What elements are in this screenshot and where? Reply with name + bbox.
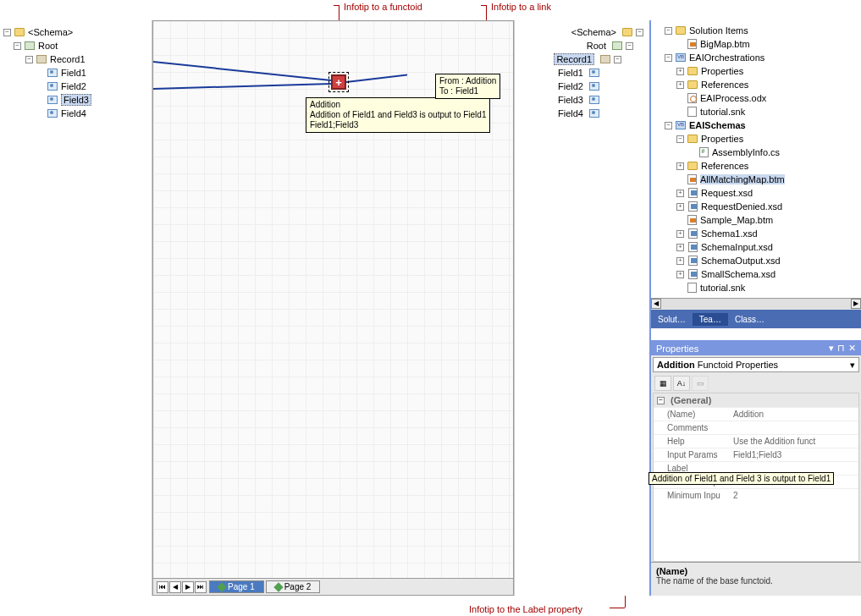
field-node[interactable]: Field2: [558, 81, 583, 91]
alphabetical-button[interactable]: A↓: [673, 376, 690, 391]
property-row[interactable]: Input ParamsField1;Field3: [654, 448, 858, 461]
properties-selection[interactable]: Addition Functoid Properties ▾: [653, 357, 859, 372]
field-node[interactable]: Field3: [558, 95, 583, 105]
solution-item[interactable]: −EAISchemas: [653, 118, 859, 132]
solution-item[interactable]: +RequestDenied.xsd: [653, 200, 859, 213]
solution-item-label[interactable]: Solution Items: [689, 25, 748, 36]
toggle-collapse[interactable]: −: [636, 29, 643, 36]
solution-item-label[interactable]: BigMap.btm: [700, 39, 750, 49]
solution-item[interactable]: AllMatchingMap.btm: [653, 173, 859, 186]
solution-item-label[interactable]: SchemaInput.xsd: [701, 242, 773, 252]
page-last-button[interactable]: ⏭: [195, 581, 207, 593]
solution-item[interactable]: EAIProcess.odx: [653, 91, 859, 105]
chevron-down-icon[interactable]: ▾: [850, 360, 855, 371]
solution-item-label[interactable]: Sample_Map.btm: [700, 215, 773, 225]
horizontal-scrollbar[interactable]: ◀ ▶: [651, 298, 861, 310]
solution-item-label[interactable]: RequestDenied.xsd: [701, 201, 782, 212]
record-node-selected[interactable]: Record1: [554, 53, 594, 65]
page-prev-button[interactable]: ◀: [169, 581, 181, 593]
toggle[interactable]: +: [676, 244, 684, 251]
toggle[interactable]: +: [676, 271, 684, 278]
property-row[interactable]: (Name)Addition: [654, 407, 858, 421]
schema-root[interactable]: <Schema>: [571, 27, 616, 37]
dropdown-icon[interactable]: ▾: [829, 343, 834, 354]
record-node[interactable]: Record1: [50, 54, 86, 64]
toggle[interactable]: +: [676, 203, 684, 211]
solution-explorer[interactable]: −Solution ItemsBigMap.btm−EAIOrchestrati…: [651, 20, 861, 340]
property-value[interactable]: Addition: [730, 408, 858, 421]
solution-item-label[interactable]: tutorial.snk: [700, 283, 745, 293]
solution-item[interactable]: +SchemaOutput.xsd: [653, 254, 859, 267]
solution-item-label[interactable]: AllMatchingMap.btm: [700, 174, 785, 184]
solution-item[interactable]: AssemblyInfo.cs: [653, 146, 859, 159]
page-next-button[interactable]: ▶: [182, 581, 194, 593]
solution-item-label[interactable]: SchemaOutput.xsd: [701, 256, 781, 266]
toggle[interactable]: −: [665, 27, 672, 35]
field-node[interactable]: Field1: [558, 68, 583, 78]
toggle[interactable]: −: [665, 54, 672, 62]
root-node[interactable]: Root: [38, 41, 58, 51]
toggle-collapse[interactable]: −: [3, 29, 11, 36]
page-tab-1[interactable]: Page 1: [209, 580, 264, 593]
solution-item[interactable]: −EAIOrchestrations: [653, 51, 859, 64]
toggle[interactable]: +: [676, 162, 684, 170]
schema-root[interactable]: <Schema>: [28, 27, 73, 37]
tab-solution[interactable]: Solut…: [651, 313, 693, 326]
solution-item[interactable]: tutorial.snk: [653, 281, 859, 294]
solution-item-label[interactable]: AssemblyInfo.cs: [712, 147, 780, 157]
solution-item-label[interactable]: Properties: [701, 134, 743, 144]
tab-team[interactable]: Tea…: [693, 313, 728, 326]
solution-item-label[interactable]: References: [701, 161, 748, 171]
tab-class[interactable]: Class…: [728, 313, 771, 326]
toggle[interactable]: +: [676, 81, 684, 89]
page-first-button[interactable]: ⏮: [157, 581, 168, 593]
solution-item[interactable]: BigMap.btm: [653, 37, 859, 51]
property-row[interactable]: Comments: [654, 421, 858, 434]
destination-schema-tree[interactable]: <Schema>− Root− Record1− Field1 Field2 F…: [514, 20, 649, 596]
addition-functoid[interactable]: [331, 74, 346, 90]
solution-item-label[interactable]: Properties: [701, 66, 743, 76]
mapper-canvas[interactable]: Addition Addition of Field1 and Field3 i…: [152, 20, 514, 596]
solution-item-label[interactable]: tutorial.snk: [700, 107, 745, 117]
field-node[interactable]: Field4: [558, 108, 583, 118]
solution-item[interactable]: +References: [653, 78, 859, 91]
toggle[interactable]: +: [676, 257, 684, 265]
toggle[interactable]: +: [676, 190, 684, 197]
property-value[interactable]: 2: [730, 489, 858, 502]
solution-item[interactable]: +Request.xsd: [653, 186, 859, 200]
toggle[interactable]: −: [665, 122, 672, 129]
property-value[interactable]: Use the Addition funct: [730, 435, 858, 448]
field-node[interactable]: Field2: [61, 81, 86, 91]
close-icon[interactable]: ✕: [848, 343, 856, 354]
solution-item-label[interactable]: SmallSchema.xsd: [701, 269, 775, 279]
solution-item-label[interactable]: References: [701, 80, 748, 90]
toggle-collapse[interactable]: −: [657, 397, 665, 404]
solution-item[interactable]: −Properties: [653, 132, 859, 146]
field-node-selected[interactable]: Field3: [61, 94, 91, 106]
page-tab-2[interactable]: Page 2: [266, 580, 321, 593]
property-row[interactable]: HelpUse the Addition funct: [654, 434, 858, 448]
toggle[interactable]: +: [676, 68, 684, 75]
solution-item[interactable]: +Schema1.xsd: [653, 227, 859, 240]
toggle[interactable]: +: [676, 230, 684, 238]
solution-item-label[interactable]: EAIProcess.odx: [700, 93, 766, 103]
toggle-collapse[interactable]: −: [614, 56, 621, 63]
solution-item-label[interactable]: Schema1.xsd: [701, 228, 758, 239]
toggle-collapse[interactable]: −: [25, 56, 33, 63]
property-value[interactable]: Field1;Field3: [730, 448, 858, 461]
property-row[interactable]: Minimum Inpu2: [654, 488, 858, 502]
solution-item[interactable]: +Properties: [653, 64, 859, 78]
property-pages-button[interactable]: ▭: [692, 376, 709, 391]
solution-item[interactable]: −Solution Items: [653, 24, 859, 37]
toggle-collapse[interactable]: −: [626, 42, 633, 50]
solution-item[interactable]: +SmallSchema.xsd: [653, 267, 859, 281]
solution-item[interactable]: +SchemaInput.xsd: [653, 240, 859, 254]
toggle[interactable]: −: [676, 135, 684, 143]
root-node[interactable]: Root: [587, 41, 606, 51]
solution-item[interactable]: +References: [653, 159, 859, 173]
solution-item[interactable]: Sample_Map.btm: [653, 213, 859, 227]
source-schema-tree[interactable]: −<Schema> −Root −Record1 Field1 Field2 F…: [0, 20, 152, 596]
property-value[interactable]: [730, 421, 858, 434]
solution-item-label[interactable]: Request.xsd: [701, 188, 753, 198]
pin-icon[interactable]: ⊓: [837, 343, 845, 354]
